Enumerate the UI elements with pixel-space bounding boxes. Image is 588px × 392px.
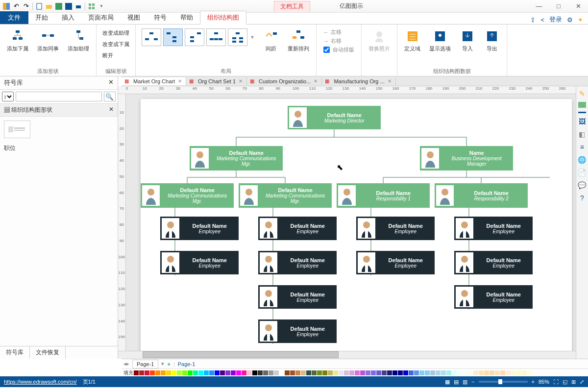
spacing-button[interactable]: 间距 xyxy=(260,26,282,54)
search-button[interactable]: 🔍 xyxy=(104,92,116,101)
tool-fill-icon[interactable] xyxy=(578,102,586,108)
color-swatch[interactable] xyxy=(225,370,230,375)
org-node-emp[interactable]: Default NameEmployee xyxy=(258,217,337,240)
add-colleague-button[interactable]: 添加同事 xyxy=(34,26,62,54)
save-icon[interactable] xyxy=(54,2,63,11)
tool-shadow-icon[interactable]: ◧ xyxy=(578,130,587,139)
org-node-root[interactable]: Default NameMarketing Director xyxy=(288,106,381,129)
define-fields-button[interactable]: 定义域 xyxy=(401,26,423,54)
color-swatch[interactable] xyxy=(231,370,236,375)
color-swatch[interactable] xyxy=(398,370,403,375)
color-swatch[interactable] xyxy=(166,370,171,375)
login-link[interactable]: 登录 xyxy=(549,15,562,24)
org-node-emp[interactable]: Default NameEmployee xyxy=(454,285,533,309)
color-swatch[interactable] xyxy=(188,370,193,375)
color-swatch[interactable] xyxy=(182,370,187,375)
move-left[interactable]: ← 左移 xyxy=(323,28,354,36)
undo-icon[interactable]: ↶ xyxy=(12,2,21,11)
color-swatch[interactable] xyxy=(295,370,300,375)
color-swatch[interactable] xyxy=(516,370,521,375)
color-swatch[interactable] xyxy=(360,370,365,375)
replace-photo-button[interactable]: 替换照片 xyxy=(366,26,393,54)
doc-tab-1[interactable]: Market Org Chart✕ xyxy=(122,77,186,85)
color-swatch[interactable] xyxy=(258,370,263,375)
color-swatch[interactable] xyxy=(430,370,435,375)
layout-option-3[interactable] xyxy=(185,28,204,46)
status-url[interactable]: https://www.edrawsoft.com/cn/ xyxy=(4,379,77,385)
color-swatch[interactable] xyxy=(371,370,376,375)
org-node-l2-2[interactable]: NameBusiness Development Manager xyxy=(420,146,513,171)
open-icon[interactable] xyxy=(45,2,53,11)
color-swatch[interactable] xyxy=(150,370,155,375)
org-node-l3-2[interactable]: Default NameMarketing Communications Mgr… xyxy=(239,183,332,208)
org-node-emp[interactable]: Default NameEmployee xyxy=(356,217,435,240)
color-swatch[interactable] xyxy=(446,370,451,375)
color-swatch[interactable] xyxy=(242,370,246,375)
color-swatch[interactable] xyxy=(457,370,462,375)
color-swatch[interactable] xyxy=(139,370,144,375)
tool-text-icon[interactable]: ≡ xyxy=(578,143,587,151)
color-swatch[interactable] xyxy=(322,370,327,375)
tool-globe-icon[interactable]: 🌐 xyxy=(578,155,587,164)
org-node-l2-1[interactable]: Default NameMarketing Communications Mgr… xyxy=(190,146,283,171)
tab-home[interactable]: 开始 xyxy=(28,11,55,24)
doc-tab-4[interactable]: Manufacturing Org ...✕ xyxy=(322,77,395,85)
tool-help-icon[interactable]: ? xyxy=(578,194,587,202)
view-mode-icon[interactable]: ▤ xyxy=(454,379,459,385)
color-swatch[interactable] xyxy=(274,370,279,375)
auto-layout-checkbox[interactable]: 自动排版 xyxy=(323,46,354,53)
tool-line-icon[interactable] xyxy=(578,112,586,113)
page-nav-icon[interactable]: ◂▸ xyxy=(123,361,129,367)
color-swatch[interactable] xyxy=(382,370,387,375)
color-swatch[interactable] xyxy=(172,370,176,375)
redo-icon[interactable]: ↷ xyxy=(22,2,30,11)
color-swatch[interactable] xyxy=(215,370,220,375)
color-swatch[interactable] xyxy=(441,370,446,375)
org-node-emp[interactable]: Default NameEmployee xyxy=(160,251,239,274)
fit-icon[interactable]: ⛶ xyxy=(553,379,559,385)
zoom-out-icon[interactable]: − xyxy=(471,379,474,385)
tab-insert[interactable]: 插入 xyxy=(55,11,81,24)
page-tab-1[interactable]: Page-1 xyxy=(132,360,158,368)
color-swatch[interactable] xyxy=(328,370,333,375)
color-swatch[interactable] xyxy=(193,370,198,375)
org-node-emp[interactable]: Default NameEmployee xyxy=(258,285,337,309)
tab-symbol[interactable]: 符号 xyxy=(147,11,173,24)
share-icon[interactable]: ⇪ xyxy=(530,16,536,24)
org-node-emp[interactable]: Default NameEmployee xyxy=(258,251,337,274)
color-swatch[interactable] xyxy=(145,370,149,375)
color-swatch[interactable] xyxy=(500,370,505,375)
color-swatch[interactable] xyxy=(522,370,527,375)
org-node-l3-3[interactable]: Default NameResponsibility 1 xyxy=(337,183,430,208)
color-swatch[interactable] xyxy=(204,370,209,375)
color-swatch[interactable] xyxy=(409,370,414,375)
color-swatch[interactable] xyxy=(366,370,370,375)
view-mode-icon[interactable]: ▥ xyxy=(463,379,467,385)
tool-format-icon[interactable]: ✎ xyxy=(578,89,587,98)
canvas[interactable]: Default NameMarketing Director Default N… xyxy=(126,94,576,351)
panel-close-icon[interactable]: ✕ xyxy=(108,78,114,87)
close-button[interactable]: ✕ xyxy=(568,0,588,13)
page-tab-dropdown[interactable]: ▾ xyxy=(161,361,164,367)
layout-option-5[interactable] xyxy=(228,28,247,46)
minimize-button[interactable]: — xyxy=(529,0,549,13)
share2-icon[interactable]: < xyxy=(540,16,544,24)
add-assistant-button[interactable]: 添加助理 xyxy=(65,26,92,54)
tool-image-icon[interactable]: 🖼 xyxy=(578,117,587,126)
color-swatch[interactable] xyxy=(161,370,166,375)
new-icon[interactable] xyxy=(35,2,44,11)
color-swatch[interactable] xyxy=(490,370,494,375)
close-icon[interactable]: ✕ xyxy=(178,78,182,84)
close-icon[interactable]: ✕ xyxy=(239,78,243,84)
color-swatch[interactable] xyxy=(155,370,160,375)
search-input[interactable] xyxy=(16,92,102,101)
zoom-in-icon[interactable]: + xyxy=(532,379,535,385)
color-swatch[interactable] xyxy=(236,370,241,375)
tool-layers-icon[interactable]: 📄 xyxy=(578,168,587,177)
color-swatch[interactable] xyxy=(511,370,516,375)
view-mode-icon[interactable]: ▦ xyxy=(445,379,450,385)
org-node-emp[interactable]: Default NameEmployee xyxy=(454,251,533,274)
color-swatch[interactable] xyxy=(349,370,354,375)
color-swatch[interactable] xyxy=(252,370,257,375)
import-button[interactable]: 导入 xyxy=(457,26,478,54)
